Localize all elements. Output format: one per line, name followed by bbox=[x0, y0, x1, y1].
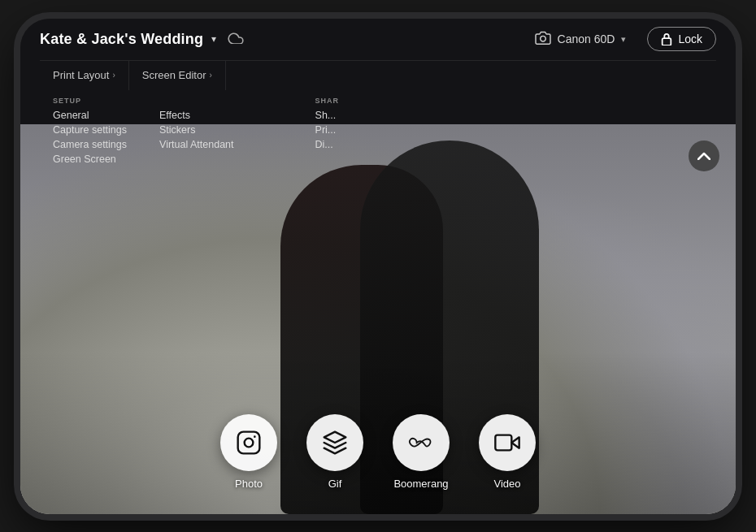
lock-button[interactable]: Lock bbox=[647, 27, 716, 51]
mode-video-label: Video bbox=[493, 478, 520, 490]
svg-marker-5 bbox=[324, 431, 346, 442]
tablet-frame: Kate & Jack's Wedding ▾ Can bbox=[20, 19, 736, 514]
camera-settings-icon bbox=[535, 30, 551, 48]
mode-gif-label: Gif bbox=[328, 478, 342, 490]
camera-selector[interactable]: Canon 60D ▾ bbox=[527, 25, 635, 53]
menu-share-item-3[interactable]: Di... bbox=[315, 137, 340, 152]
menu-general[interactable]: General bbox=[53, 108, 127, 123]
header: Kate & Jack's Wedding ▾ Can bbox=[20, 19, 736, 124]
lock-label: Lock bbox=[678, 32, 702, 45]
svg-point-4 bbox=[254, 435, 256, 438]
share-label: SHAR bbox=[315, 97, 340, 105]
menu-share-item-1[interactable]: Sh... bbox=[315, 108, 340, 123]
project-title: Kate & Jack's Wedding bbox=[40, 31, 203, 48]
mode-video-button[interactable]: Video bbox=[479, 414, 536, 490]
nav-row: Print Layout › Screen Editor › bbox=[40, 61, 716, 90]
menu-share-item-2[interactable]: Pri... bbox=[315, 123, 340, 137]
instagram-icon bbox=[236, 430, 262, 456]
mode-photo-button[interactable]: Photo bbox=[220, 414, 277, 490]
chevron-up-icon bbox=[697, 152, 710, 160]
header-top-row: Kate & Jack's Wedding ▾ Can bbox=[40, 19, 716, 61]
layers-icon bbox=[322, 430, 348, 456]
effects-menu-section: Effects Stickers Virtual Attendant bbox=[159, 97, 234, 167]
menu-green-screen[interactable]: Green Screen bbox=[53, 152, 127, 167]
menu-effects[interactable]: Effects bbox=[159, 108, 234, 123]
svg-rect-6 bbox=[495, 435, 511, 450]
video-icon bbox=[494, 430, 520, 456]
mode-photo-label: Photo bbox=[235, 478, 263, 490]
camera-name: Canon 60D bbox=[558, 32, 615, 45]
infinity-icon bbox=[408, 430, 434, 456]
title-chevron-icon[interactable]: ▾ bbox=[211, 33, 216, 45]
menu-capture-settings[interactable]: Capture settings bbox=[53, 123, 127, 137]
svg-point-0 bbox=[540, 36, 545, 41]
main-photo-area: Photo Gif bbox=[20, 124, 736, 514]
setup-label: SETUP bbox=[53, 97, 127, 105]
menu-camera-settings[interactable]: Camera settings bbox=[53, 137, 127, 152]
title-area: Kate & Jack's Wedding ▾ bbox=[40, 31, 244, 48]
mode-boomerang-label: Boomerang bbox=[393, 478, 448, 490]
nav-arrow-icon-2: › bbox=[209, 71, 211, 80]
dropdown-menus: SETUP General Capture settings Camera se… bbox=[40, 90, 716, 175]
header-right-controls: Canon 60D ▾ Lock bbox=[527, 25, 716, 53]
menu-stickers[interactable]: Stickers bbox=[159, 123, 234, 137]
mode-boomerang-circle bbox=[393, 414, 450, 471]
mode-gif-circle bbox=[306, 414, 363, 471]
menu-virtual-attendant[interactable]: Virtual Attendant bbox=[159, 137, 234, 152]
cloud-sync-icon bbox=[228, 31, 244, 48]
mode-video-circle bbox=[479, 414, 536, 471]
camera-chevron-icon: ▾ bbox=[621, 34, 626, 45]
mode-boomerang-button[interactable]: Boomerang bbox=[393, 414, 450, 490]
mode-selection-bar: Photo Gif bbox=[220, 414, 536, 490]
mode-photo-circle bbox=[220, 414, 277, 471]
svg-marker-7 bbox=[511, 437, 519, 448]
svg-rect-1 bbox=[663, 38, 671, 45]
nav-arrow-icon: › bbox=[112, 71, 115, 80]
lock-icon bbox=[661, 32, 672, 45]
setup-menu-section: SETUP General Capture settings Camera se… bbox=[53, 97, 127, 167]
nav-print-layout[interactable]: Print Layout › bbox=[40, 61, 129, 90]
nav-screen-editor[interactable]: Screen Editor › bbox=[129, 61, 226, 90]
svg-rect-2 bbox=[238, 431, 260, 453]
mode-gif-button[interactable]: Gif bbox=[306, 414, 363, 490]
scroll-up-button[interactable] bbox=[689, 141, 719, 171]
svg-point-3 bbox=[245, 438, 254, 447]
share-menu-section: SHAR Sh... Pri... Di... bbox=[315, 97, 340, 167]
